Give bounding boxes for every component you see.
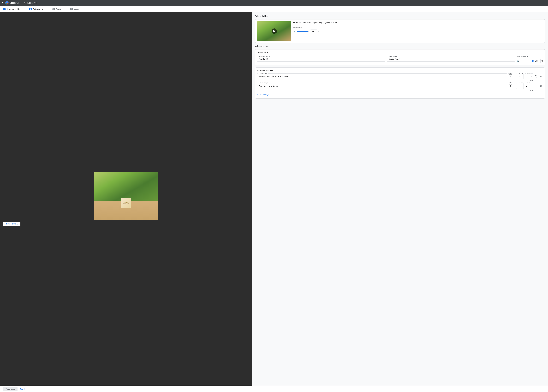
step-1-label: Select source video xyxy=(7,8,21,10)
selected-video-thumbnail[interactable] xyxy=(257,21,291,41)
message-1-speed-select[interactable]: 1 0.75 1.25 1.5 xyxy=(525,73,533,79)
message-2-speed-label: Speed xyxy=(526,82,530,84)
create-video-button[interactable]: Create video xyxy=(3,387,18,391)
selected-video-inner: cBalm brand showcase long long long long… xyxy=(257,21,543,41)
selected-video-card: cBalm brand showcase long long long long… xyxy=(255,19,545,43)
step-2-label: Add voice-over xyxy=(33,8,44,10)
message-2-label: Enter message xyxy=(258,82,268,84)
message-2-end-time-label: End time xyxy=(517,82,524,84)
message-1-end-time-wrapper: End time xyxy=(516,73,524,79)
selected-video-title: Selected video xyxy=(255,15,545,17)
volume-icon: 🔉 xyxy=(293,30,296,33)
message-2-end-time-input[interactable] xyxy=(516,83,524,89)
step-connector-2 xyxy=(47,9,51,9)
message-1-input[interactable] xyxy=(257,73,507,79)
voice-select[interactable]: Creator Female Creator Male Standard Fem… xyxy=(387,57,515,62)
step-4-circle: 4 xyxy=(70,8,73,10)
video-volume-label: Video volume xyxy=(293,27,543,28)
svg-point-2 xyxy=(6,3,7,4)
voice-row: Select a language English(US) English(UK… xyxy=(257,55,543,63)
step-1-circle: ✓ xyxy=(3,8,6,10)
step-3: 3 Review xyxy=(52,8,63,10)
play-triangle-icon xyxy=(273,30,275,32)
message-1-end-time-label: End time xyxy=(517,72,524,74)
message-1-input-wrapper: Enter message xyxy=(257,73,507,79)
message-1-label: Enter message xyxy=(258,72,268,74)
step-connector-1 xyxy=(23,9,28,9)
message-1-start-time-label: Start time xyxy=(509,72,515,76)
video-volume-slider[interactable] xyxy=(297,31,309,32)
right-panel: Selected video cBalm brand showcase long… xyxy=(252,12,548,386)
message-2-delete-button[interactable] xyxy=(539,84,543,88)
video-preview: eBalm Hydrating Glow Mix xyxy=(94,172,158,220)
video-volume-pct: % xyxy=(318,30,319,32)
step-connector-3 xyxy=(64,9,69,9)
topbar: ✕ Google Ads | Add voice-over xyxy=(0,0,548,6)
svg-rect-5 xyxy=(536,86,537,87)
step-3-number: 3 xyxy=(53,8,54,10)
play-button[interactable] xyxy=(271,28,277,34)
video-volume-input[interactable] xyxy=(310,29,317,34)
message-1-delete-button[interactable] xyxy=(539,74,543,78)
step-1: ✓ Select source video xyxy=(3,8,22,10)
message-2-speed-wrapper: Speed 1 0.75 1.25 1.5 ▼ xyxy=(525,83,533,89)
message-1-copy-button[interactable] xyxy=(534,74,538,78)
message-row-2: Enter message Start time End time Speed … xyxy=(257,83,543,89)
voice-over-messages-card: Voice-over messages Enter message Start … xyxy=(255,68,545,98)
main-layout: eBalm Hydrating Glow Mix Refresh preview… xyxy=(0,12,548,386)
voice-over-messages-title: Voice-over messages xyxy=(257,70,543,71)
google-ads-logo-icon xyxy=(5,1,9,5)
svg-point-3 xyxy=(7,3,8,4)
voice-select-wrapper: Select a voice Creator Female Creator Ma… xyxy=(387,57,515,62)
bottom-bar: Create video Cancel xyxy=(0,386,548,392)
message-2-copy-button[interactable] xyxy=(534,84,538,88)
app-logo: Google Ads xyxy=(5,1,20,5)
video-volume-thumb[interactable] xyxy=(306,31,308,32)
voice-volume-fill xyxy=(520,61,533,61)
step-3-circle: 3 xyxy=(52,8,55,10)
message-2-char-count: 20/50 xyxy=(257,89,543,91)
message-2-input[interactable] xyxy=(257,83,507,89)
svg-rect-4 xyxy=(536,76,537,77)
video-background: eBalm Hydrating Glow Mix xyxy=(94,172,158,220)
voice-over-type-card: Select a voice Select a language English… xyxy=(255,49,545,65)
voice-volume-icon: 🔉 xyxy=(517,60,520,62)
language-select[interactable]: English(US) English(UK) Spanish French G… xyxy=(257,57,385,62)
message-1-end-time-input[interactable] xyxy=(516,73,524,79)
cancel-button[interactable]: Cancel xyxy=(20,388,25,390)
add-message-button[interactable]: + Add message xyxy=(257,93,269,97)
voice-select-label: Select a voice xyxy=(388,56,397,57)
message-1-speed-wrapper: Speed 1 0.75 1.25 1.5 ▼ xyxy=(525,73,533,79)
product-thumbnail: eBalm Hydrating Glow Mix xyxy=(121,198,131,208)
step-4-label: Upload xyxy=(74,8,79,10)
checkmark-icon: ✓ xyxy=(4,8,5,10)
step-2: 2 Add voice-over xyxy=(29,8,46,10)
video-name: cBalm brand showcase long long long long… xyxy=(293,21,543,24)
message-1-speed-label: Speed xyxy=(526,72,530,74)
voice-volume-thumb[interactable] xyxy=(532,60,534,62)
step-2-circle: 2 xyxy=(29,8,32,10)
close-button[interactable]: ✕ xyxy=(2,2,4,4)
step-4: 4 Upload xyxy=(70,8,81,10)
left-panel: eBalm Hydrating Glow Mix Refresh preview xyxy=(0,12,252,386)
topbar-divider: | xyxy=(21,2,22,4)
message-2-end-time-wrapper: End time xyxy=(516,83,524,89)
message-row-1: Enter message Start time End time Speed … xyxy=(257,73,543,79)
message-2-start-time-wrapper: Start time xyxy=(508,83,515,89)
app-name: Google Ads xyxy=(9,2,20,4)
language-select-label: Select a language xyxy=(258,56,270,57)
voice-over-type-title: Voice-over type xyxy=(255,45,545,47)
voice-volume-label: Voice-over volume xyxy=(517,55,543,57)
voice-volume-group: Voice-over volume 🔉 % xyxy=(517,55,543,63)
voice-volume-slider[interactable] xyxy=(520,61,533,61)
voice-volume-row: 🔉 % xyxy=(517,59,543,63)
step-3-label: Review xyxy=(56,8,61,10)
topbar-title: Add voice-over xyxy=(24,2,37,4)
refresh-preview-button[interactable]: Refresh preview xyxy=(3,222,21,226)
message-2-start-time-label: Start time xyxy=(509,82,515,85)
voice-volume-input[interactable] xyxy=(534,59,541,63)
message-2-speed-select[interactable]: 1 0.75 1.25 1.5 xyxy=(525,83,533,89)
video-volume-row: 🔉 % xyxy=(293,29,543,34)
video-info: cBalm brand showcase long long long long… xyxy=(293,21,543,34)
message-2-input-wrapper: Enter message xyxy=(257,83,507,89)
